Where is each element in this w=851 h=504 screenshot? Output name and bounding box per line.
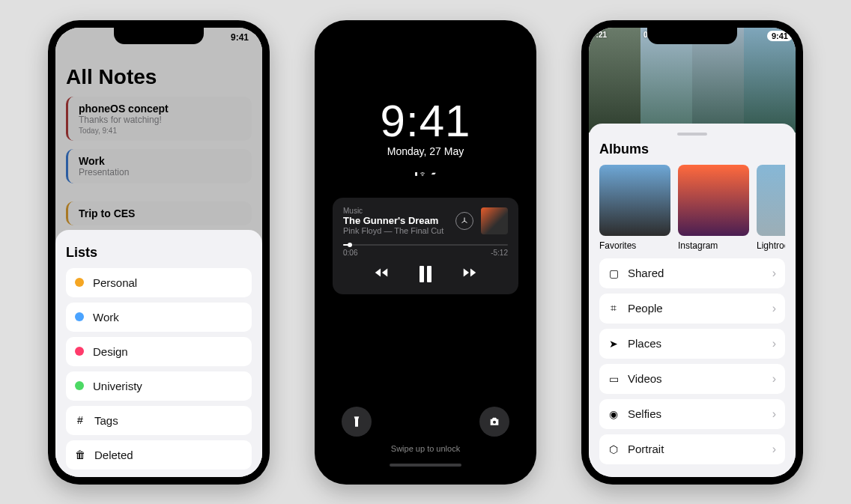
chevron-right-icon: ›: [772, 372, 776, 386]
camera-button[interactable]: [479, 407, 509, 437]
album-thumbnail: [599, 165, 670, 236]
category-row-portrait[interactable]: ⬡Portrait›: [599, 434, 785, 464]
chevron-right-icon: ›: [772, 302, 776, 315]
svg-point-0: [493, 420, 496, 423]
rewind-button[interactable]: [373, 264, 390, 284]
lists-title: Lists: [66, 245, 252, 261]
portrait-icon: ⬡: [608, 443, 619, 455]
photos-screen: 7:210:151:439:41 Albums FavoritesInstagr…: [589, 28, 796, 477]
music-title: The Gunner's Dream: [343, 215, 448, 226]
people-icon: ⌗: [608, 302, 619, 315]
list-label: Tags: [94, 414, 243, 427]
page-title: All Notes: [66, 65, 157, 89]
lock-status-icons: ▮ᯤ ▰: [322, 169, 529, 178]
list-label: Personal: [93, 276, 243, 289]
photo-thumbnail[interactable]: 9:41: [744, 28, 796, 133]
category-label: Selfies: [628, 407, 763, 420]
notch: [114, 28, 204, 44]
list-row-deleted[interactable]: 🗑Deleted: [66, 440, 252, 470]
pause-button[interactable]: [420, 266, 431, 282]
list-label: Work: [93, 311, 243, 324]
lock-date: Monday, 27 May: [322, 145, 529, 157]
list-label: Design: [93, 345, 243, 358]
note-title: phoneOS concept: [79, 103, 244, 115]
album-tile-lightroom[interactable]: Lightroom: [757, 165, 785, 251]
chevron-right-icon: ›: [772, 407, 776, 421]
albums-sheet: Albums FavoritesInstagramLightroom ▢Shar…: [589, 124, 796, 477]
album-thumbnail: [757, 165, 785, 236]
shared-icon: ▢: [608, 267, 619, 279]
album-thumbnail: [678, 165, 749, 236]
photo-thumbnail[interactable]: 7:21: [589, 28, 640, 133]
airplay-button[interactable]: [455, 212, 473, 230]
category-label: People: [628, 302, 763, 315]
category-label: Places: [628, 337, 763, 350]
list-row-tags[interactable]: #Tags: [66, 406, 252, 435]
color-dot: [75, 312, 84, 321]
tags-icon: #: [75, 414, 85, 426]
list-row-personal[interactable]: Personal: [66, 268, 252, 297]
category-row-selfies[interactable]: ◉Selfies›: [599, 399, 785, 429]
lock-screen: 9:41 Monday, 27 May ▮ᯤ ▰ Music The Gunne…: [322, 28, 529, 477]
places-icon: ➤: [608, 338, 619, 350]
videos-icon: ▭: [608, 373, 619, 385]
list-label: Deleted: [94, 449, 243, 461]
flashlight-button[interactable]: [342, 407, 372, 437]
color-dot: [75, 347, 84, 356]
music-widget[interactable]: Music The Gunner's Dream Pink Floyd — Th…: [333, 198, 518, 294]
notch: [647, 28, 737, 44]
video-duration: 7:21: [592, 31, 607, 39]
chevron-right-icon: ›: [772, 337, 776, 350]
album-label: Lightroom: [757, 240, 785, 251]
category-row-videos[interactable]: ▭Videos›: [599, 364, 785, 394]
lock-time: 9:41: [322, 95, 529, 147]
music-source: Music: [343, 207, 448, 215]
phone-notes: 9:41 All Notes phoneOS conceptThanks for…: [48, 20, 270, 485]
list-row-university[interactable]: Univeristy: [66, 371, 252, 401]
selfies-icon: ◉: [608, 408, 619, 420]
unlock-hint: Swipe up to unlock: [391, 444, 460, 453]
sheet-grabber[interactable]: [677, 133, 707, 136]
album-artwork: [481, 207, 508, 234]
home-indicator[interactable]: [390, 464, 461, 467]
note-subtitle: Thanks for watching!: [79, 115, 244, 125]
status-time: 9:41: [231, 32, 249, 43]
category-row-people[interactable]: ⌗People›: [599, 294, 785, 324]
category-label: Portrait: [628, 443, 763, 455]
note-card[interactable]: phoneOS conceptThanks for watching!Today…: [66, 97, 252, 141]
note-title: Work: [79, 155, 244, 167]
progress-track[interactable]: [343, 244, 508, 246]
list-label: Univeristy: [93, 380, 243, 392]
deleted-icon: 🗑: [75, 449, 85, 461]
note-card[interactable]: Trip to CES: [66, 201, 252, 225]
note-subtitle: Presentation: [79, 167, 244, 177]
chevron-right-icon: ›: [772, 443, 776, 456]
lists-sheet: Lists PersonalWorkDesignUniveristy#Tags🗑…: [55, 230, 262, 477]
time-remaining: -5:12: [491, 249, 508, 257]
chevron-right-icon: ›: [772, 267, 776, 280]
status-time: 9:41: [767, 31, 793, 41]
phone-lockscreen: 9:41 Monday, 27 May ▮ᯤ ▰ Music The Gunne…: [315, 20, 536, 485]
phone-photos: 7:210:151:439:41 Albums FavoritesInstagr…: [581, 20, 803, 485]
category-label: Videos: [628, 372, 763, 385]
note-title: Trip to CES: [79, 207, 244, 219]
category-row-places[interactable]: ➤Places›: [599, 329, 785, 359]
album-tile-favorites[interactable]: Favorites: [599, 165, 670, 251]
category-row-shared[interactable]: ▢Shared›: [599, 258, 785, 288]
list-row-design[interactable]: Design: [66, 337, 252, 366]
notch: [381, 28, 470, 44]
album-tile-instagram[interactable]: Instagram: [678, 165, 749, 251]
notes-screen: 9:41 All Notes phoneOS conceptThanks for…: [55, 28, 262, 477]
album-label: Instagram: [678, 240, 749, 251]
note-date: Today, 9:41: [79, 127, 244, 135]
list-row-work[interactable]: Work: [66, 303, 252, 332]
category-label: Shared: [628, 267, 763, 279]
color-dot: [75, 278, 84, 287]
album-label: Favorites: [599, 240, 670, 251]
forward-button[interactable]: [461, 264, 478, 284]
color-dot: [75, 381, 84, 390]
note-card[interactable]: WorkPresentation: [66, 149, 252, 183]
time-elapsed: 0:06: [343, 249, 357, 257]
music-artist: Pink Floyd — The Final Cut: [343, 226, 448, 235]
albums-title: Albums: [599, 142, 785, 157]
